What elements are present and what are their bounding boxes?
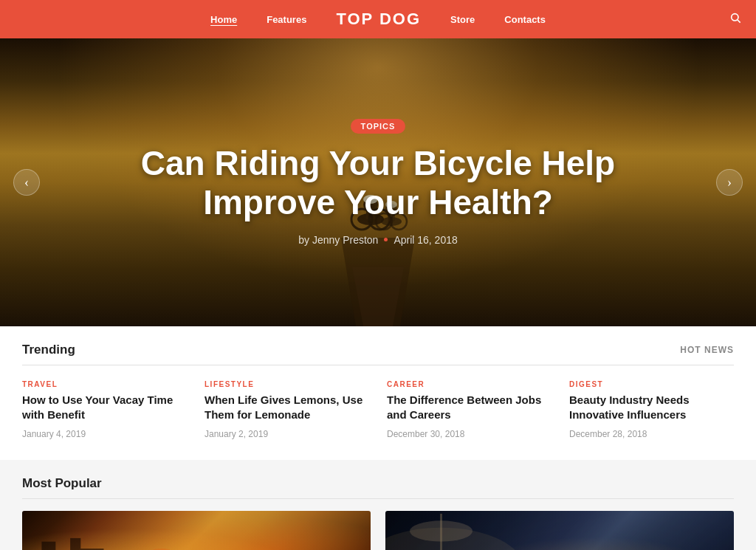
search-button[interactable] [729, 12, 741, 27]
hero-next-button[interactable]: › [716, 169, 743, 196]
popular-grid [22, 511, 734, 551]
nav-link-features[interactable]: Features [267, 14, 306, 25]
hero-meta-separator [384, 238, 388, 241]
popular-card-office[interactable] [385, 511, 734, 551]
svg-rect-17 [41, 541, 55, 550]
hero-category-badge: TOPICS [351, 119, 406, 134]
svg-point-0 [732, 14, 738, 21]
trending-item-date: December 28, 2018 [569, 429, 734, 439]
svg-rect-19 [70, 537, 80, 550]
trending-item-date: December 30, 2018 [387, 429, 551, 439]
trending-section: Trending HOT NEWS TRAVEL How to Use Your… [0, 326, 756, 460]
trending-grid: TRAVEL How to Use Your Vacay Time with B… [22, 380, 734, 439]
hero-title: Can Riding Your Bicycle Help Improve You… [141, 144, 615, 222]
list-item[interactable]: DIGEST Beauty Industry Needs Innovative … [569, 380, 734, 439]
trending-item-title: The Difference Between Jobs and Careers [387, 393, 551, 423]
svg-line-1 [738, 20, 740, 23]
trending-category-label: CAREER [387, 380, 551, 388]
svg-point-37 [385, 527, 525, 550]
hero-section: ‹ TOPICS Can Riding Your Bicycle Help Im… [0, 38, 756, 326]
popular-header: Most Popular [22, 476, 734, 499]
trending-category-label: LIFESTYLE [205, 380, 369, 388]
trending-header: Trending HOT NEWS [22, 343, 734, 365]
nav-link-store[interactable]: Store [450, 14, 475, 25]
popular-section: Most Popular [0, 460, 756, 551]
popular-card-city[interactable] [22, 511, 371, 551]
popular-title: Most Popular [22, 476, 102, 491]
trending-item-title: When Life Gives Lemons, Use Them for Lem… [205, 393, 369, 423]
hero-prev-button[interactable]: ‹ [13, 169, 40, 196]
trending-title: Trending [22, 343, 75, 357]
header: Home Features TOP DOG Store Contacts [0, 0, 756, 38]
hero-meta: by Jenny Preston April 16, 2018 [141, 234, 615, 246]
trending-category-label: TRAVEL [22, 380, 187, 388]
hot-news-label: HOT NEWS [680, 345, 734, 355]
hero-content: TOPICS Can Riding Your Bicycle Help Impr… [126, 119, 630, 246]
nav-link-home[interactable]: Home [210, 14, 237, 25]
site-logo: TOP DOG [336, 10, 421, 29]
list-item[interactable]: TRAVEL How to Use Your Vacay Time with B… [22, 380, 187, 439]
main-nav: Home Features TOP DOG Store Contacts [210, 10, 546, 29]
trending-item-date: January 4, 2019 [22, 429, 187, 439]
hero-date: April 16, 2018 [394, 234, 457, 246]
trending-item-title: Beauty Industry Needs Innovative Influen… [569, 393, 734, 423]
list-item[interactable]: CAREER The Difference Between Jobs and C… [387, 380, 551, 439]
trending-category-label: DIGEST [569, 380, 734, 388]
list-item[interactable]: LIFESTYLE When Life Gives Lemons, Use Th… [205, 380, 369, 439]
trending-item-title: How to Use Your Vacay Time with Benefit [22, 393, 187, 423]
nav-link-contacts[interactable]: Contacts [504, 14, 546, 25]
hero-author: by Jenny Preston [298, 234, 378, 246]
trending-item-date: January 2, 2019 [205, 429, 369, 439]
